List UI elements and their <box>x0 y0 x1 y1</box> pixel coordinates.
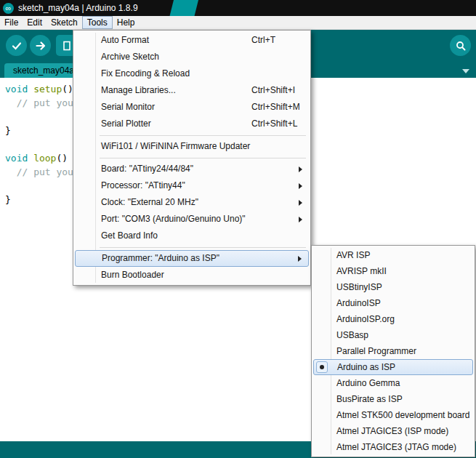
menu-item-label: WiFi101 / WiFiNINA Firmware Updater <box>101 141 250 151</box>
menu-item-burn-bootloader[interactable]: Burn Bootloader <box>75 267 309 284</box>
submenu-item-buspirate-as-isp[interactable]: BusPirate as ISP <box>313 391 473 407</box>
menu-item-manage-libraries[interactable]: Manage Libraries...Ctrl+Shift+I <box>75 82 309 99</box>
serial-monitor-button[interactable] <box>450 35 471 56</box>
submenu-item-label: USBtinyISP <box>336 282 382 292</box>
menu-item-board[interactable]: Board: "ATtiny24/44/84" <box>75 161 309 177</box>
submenu-item-label: Parallel Programmer <box>336 346 416 356</box>
submenu-item-atmel-jtagice3-jtag[interactable]: Atmel JTAGICE3 (JTAG mode) <box>313 439 473 455</box>
window-title: sketch_may04a | Arduino 1.8.9 <box>18 3 138 13</box>
menu-item-label: Fix Encoding & Reload <box>101 68 190 79</box>
submenu-item-avr-isp[interactable]: AVR ISP <box>313 247 473 263</box>
menu-item-shortcut: Ctrl+T <box>251 32 275 49</box>
menu-item-serial-monitor[interactable]: Serial MonitorCtrl+Shift+M <box>75 99 309 116</box>
document-icon <box>61 40 73 52</box>
menu-item-wifi-firmware-updater[interactable]: WiFi101 / WiFiNINA Firmware Updater <box>75 138 309 155</box>
menu-file[interactable]: File <box>0 16 23 29</box>
titlebar-accent-shape <box>169 0 198 17</box>
submenu-item-parallel-programmer[interactable]: Parallel Programmer <box>313 343 473 359</box>
menu-item-processor[interactable]: Processor: "ATtiny44" <box>75 177 309 194</box>
menu-item-label: Board: "ATtiny24/44/84" <box>101 164 193 174</box>
arduino-logo-icon: ∞ <box>3 3 14 14</box>
code-token: setup <box>33 84 62 95</box>
code-token: void <box>5 84 28 95</box>
submenu-item-label: USBasp <box>336 330 368 340</box>
menu-separator <box>75 155 309 161</box>
programmer-submenu: AVR ISP AVRISP mkII USBtinyISP ArduinoIS… <box>311 245 475 457</box>
submenu-item-atmel-stk500[interactable]: Atmel STK500 development board <box>313 407 473 423</box>
menu-item-shortcut: Ctrl+Shift+M <box>251 99 300 116</box>
menu-item-archive-sketch[interactable]: Archive Sketch <box>75 49 309 65</box>
menu-help[interactable]: Help <box>113 16 140 29</box>
submenu-item-label: ArduinoISP.org <box>336 314 395 324</box>
tab-sketch-may04a[interactable]: sketch_may04a <box>4 63 83 78</box>
submenu-arrow-icon <box>299 166 302 172</box>
menu-item-serial-plotter[interactable]: Serial PlotterCtrl+Shift+L <box>75 116 309 132</box>
code-token: void <box>5 153 28 164</box>
submenu-item-arduino-as-isp[interactable]: Arduino as ISP <box>313 359 473 375</box>
submenu-item-label: BusPirate as ISP <box>336 394 403 404</box>
code-token <box>28 153 33 164</box>
submenu-item-label: Atmel JTAGICE3 (ISP mode) <box>336 426 448 436</box>
menu-tools[interactable]: Tools <box>82 16 113 29</box>
submenu-item-atmel-jtagice3-isp[interactable]: Atmel JTAGICE3 (ISP mode) <box>313 423 473 439</box>
check-icon <box>11 40 23 52</box>
submenu-item-arduinoisp[interactable]: ArduinoISP <box>313 295 473 311</box>
menu-item-label: Serial Monitor <box>101 102 155 112</box>
menu-item-shortcut: Ctrl+Shift+I <box>251 82 295 99</box>
submenu-item-label: Atmel JTAGICE3 (JTAG mode) <box>336 442 456 452</box>
menu-item-label: Serial Plotter <box>101 118 151 129</box>
menubar: File Edit Sketch Tools Help <box>0 16 476 30</box>
submenu-item-label: Atmel STK500 development board <box>336 410 469 420</box>
upload-button[interactable] <box>30 35 51 56</box>
menu-item-label: Archive Sketch <box>101 52 159 62</box>
menu-item-port[interactable]: Port: "COM3 (Arduino/Genuino Uno)" <box>75 211 309 228</box>
submenu-arrow-icon <box>298 256 302 262</box>
menu-edit[interactable]: Edit <box>23 16 47 29</box>
menu-item-get-board-info[interactable]: Get Board Info <box>75 228 309 244</box>
code-token: } <box>5 194 11 205</box>
menu-separator <box>75 244 309 250</box>
code-token: } <box>5 125 11 136</box>
arduino-ide-window: ∞ sketch_may04a | Arduino 1.8.9 File Edi… <box>0 0 476 458</box>
submenu-item-usbasp[interactable]: USBasp <box>313 327 473 343</box>
verify-button[interactable] <box>6 35 27 56</box>
radio-dot-icon <box>320 365 324 369</box>
submenu-item-arduino-gemma[interactable]: Arduino Gemma <box>313 375 473 391</box>
arrow-right-icon <box>35 40 47 52</box>
tab-list-caret-icon[interactable] <box>462 69 469 73</box>
menu-item-label: Auto Format <box>101 35 149 45</box>
submenu-arrow-icon <box>299 217 302 222</box>
menu-item-label: Programmer: "Arduino as ISP" <box>102 253 219 263</box>
submenu-item-arduinoisp-org[interactable]: ArduinoISP.org <box>313 311 473 327</box>
code-token: loop <box>33 153 56 164</box>
submenu-arrow-icon <box>299 183 302 189</box>
menu-item-label: Manage Libraries... <box>101 85 176 95</box>
submenu-item-label: AVRISP mkII <box>336 266 387 276</box>
menu-item-fix-encoding[interactable]: Fix Encoding & Reload <box>75 65 309 82</box>
menu-item-shortcut: Ctrl+Shift+L <box>251 116 297 132</box>
menu-item-label: Port: "COM3 (Arduino/Genuino Uno)" <box>101 214 246 224</box>
submenu-item-label: ArduinoISP <box>336 298 381 308</box>
menu-item-label: Get Board Info <box>101 230 158 241</box>
titlebar: ∞ sketch_may04a | Arduino 1.8.9 <box>0 0 476 16</box>
submenu-item-label: Arduino as ISP <box>337 362 395 372</box>
radio-selected-icon <box>316 361 328 373</box>
menu-item-auto-format[interactable]: Auto FormatCtrl+T <box>75 32 309 49</box>
submenu-item-usbtinyisp[interactable]: USBtinyISP <box>313 279 473 295</box>
submenu-arrow-icon <box>299 200 302 206</box>
menu-item-clock[interactable]: Clock: "External 20 MHz" <box>75 194 309 211</box>
menu-separator <box>75 132 309 138</box>
code-token <box>28 84 33 95</box>
submenu-item-label: AVR ISP <box>336 250 370 260</box>
menu-sketch[interactable]: Sketch <box>47 16 82 29</box>
magnifier-icon <box>455 40 467 52</box>
tools-dropdown-menu: Auto FormatCtrl+T Archive Sketch Fix Enc… <box>73 30 311 286</box>
submenu-item-label: Arduino Gemma <box>336 378 400 388</box>
menu-item-programmer[interactable]: Programmer: "Arduino as ISP" <box>75 250 309 267</box>
menu-item-label: Burn Bootloader <box>101 270 164 280</box>
menu-item-label: Clock: "External 20 MHz" <box>101 197 198 207</box>
menu-item-label: Processor: "ATtiny44" <box>101 180 185 190</box>
submenu-item-avrisp-mkii[interactable]: AVRISP mkII <box>313 263 473 279</box>
